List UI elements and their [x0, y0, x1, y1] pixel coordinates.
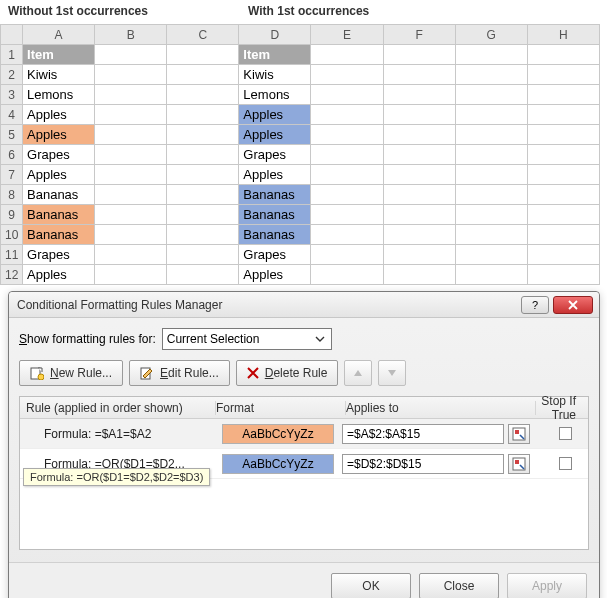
cell[interactable]: [455, 145, 527, 165]
row-header[interactable]: 12: [1, 265, 23, 285]
cell[interactable]: [311, 45, 383, 65]
cell[interactable]: [455, 205, 527, 225]
cell[interactable]: [455, 265, 527, 285]
cell[interactable]: [95, 145, 167, 165]
cell[interactable]: [383, 205, 455, 225]
rule-row[interactable]: Formula: =$A1=$A2AaBbCcYyZz=$A$2:$A$15: [20, 419, 588, 449]
cell[interactable]: Bananas: [239, 225, 311, 245]
row-header[interactable]: 8: [1, 185, 23, 205]
cell[interactable]: [95, 245, 167, 265]
move-down-button[interactable]: [378, 360, 406, 386]
col-header-D[interactable]: D: [239, 25, 311, 45]
cell[interactable]: [383, 45, 455, 65]
cell[interactable]: [383, 165, 455, 185]
cell[interactable]: Apples: [23, 165, 95, 185]
select-all-corner[interactable]: [1, 25, 23, 45]
cell[interactable]: [167, 145, 239, 165]
cell[interactable]: Grapes: [239, 145, 311, 165]
cell[interactable]: [527, 205, 599, 225]
col-header-F[interactable]: F: [383, 25, 455, 45]
col-header-A[interactable]: A: [23, 25, 95, 45]
cell[interactable]: Bananas: [239, 185, 311, 205]
cell[interactable]: [455, 45, 527, 65]
cell[interactable]: Apples: [23, 265, 95, 285]
new-rule-button[interactable]: New Rule...: [19, 360, 123, 386]
cell[interactable]: [383, 85, 455, 105]
cell[interactable]: [455, 165, 527, 185]
row-header[interactable]: 10: [1, 225, 23, 245]
col-header-C[interactable]: C: [167, 25, 239, 45]
row-header[interactable]: 9: [1, 205, 23, 225]
cell[interactable]: [383, 185, 455, 205]
range-picker-icon[interactable]: [508, 454, 530, 474]
cell[interactable]: Grapes: [239, 245, 311, 265]
row-header[interactable]: 2: [1, 65, 23, 85]
cell[interactable]: [455, 85, 527, 105]
cell[interactable]: [95, 105, 167, 125]
cell[interactable]: Item: [23, 45, 95, 65]
cell[interactable]: Grapes: [23, 145, 95, 165]
cell[interactable]: Bananas: [23, 185, 95, 205]
close-button[interactable]: Close: [419, 573, 499, 598]
cell[interactable]: Bananas: [23, 205, 95, 225]
row-header[interactable]: 6: [1, 145, 23, 165]
cell[interactable]: [527, 165, 599, 185]
row-header[interactable]: 7: [1, 165, 23, 185]
cell[interactable]: [527, 85, 599, 105]
cell[interactable]: [383, 245, 455, 265]
edit-rule-button[interactable]: Edit Rule...: [129, 360, 230, 386]
cell[interactable]: [311, 225, 383, 245]
show-for-combo[interactable]: Current Selection: [162, 328, 332, 350]
cell[interactable]: Apples: [239, 105, 311, 125]
cell[interactable]: [167, 105, 239, 125]
cell[interactable]: [311, 105, 383, 125]
cell[interactable]: [383, 105, 455, 125]
col-header-B[interactable]: B: [95, 25, 167, 45]
cell[interactable]: Apples: [239, 125, 311, 145]
cell[interactable]: Apples: [23, 105, 95, 125]
cell[interactable]: Kiwis: [239, 65, 311, 85]
cell[interactable]: Apples: [239, 165, 311, 185]
cell[interactable]: [311, 205, 383, 225]
cell[interactable]: [311, 125, 383, 145]
cell[interactable]: [527, 185, 599, 205]
cell[interactable]: [95, 205, 167, 225]
cell[interactable]: [311, 145, 383, 165]
cell[interactable]: [95, 125, 167, 145]
row-header[interactable]: 1: [1, 45, 23, 65]
cell[interactable]: [95, 225, 167, 245]
cell[interactable]: Kiwis: [23, 65, 95, 85]
ok-button[interactable]: OK: [331, 573, 411, 598]
cell[interactable]: [95, 85, 167, 105]
cell[interactable]: [311, 85, 383, 105]
cell[interactable]: Bananas: [23, 225, 95, 245]
cell[interactable]: [527, 105, 599, 125]
cell[interactable]: [167, 125, 239, 145]
apply-button[interactable]: Apply: [507, 573, 587, 598]
cell[interactable]: Apples: [23, 125, 95, 145]
cell[interactable]: [167, 265, 239, 285]
cell[interactable]: [167, 245, 239, 265]
cell[interactable]: [167, 185, 239, 205]
col-header-E[interactable]: E: [311, 25, 383, 45]
cell[interactable]: [455, 105, 527, 125]
row-header[interactable]: 5: [1, 125, 23, 145]
cell[interactable]: [455, 65, 527, 85]
dialog-titlebar[interactable]: Conditional Formatting Rules Manager ?: [9, 292, 599, 318]
help-button[interactable]: ?: [521, 296, 549, 314]
close-x-button[interactable]: [553, 296, 593, 314]
row-header[interactable]: 4: [1, 105, 23, 125]
cell[interactable]: Grapes: [23, 245, 95, 265]
cell[interactable]: [311, 165, 383, 185]
cell[interactable]: Bananas: [239, 205, 311, 225]
cell[interactable]: [383, 145, 455, 165]
applies-to-input[interactable]: =$A$2:$A$15: [342, 424, 504, 444]
cell[interactable]: [455, 245, 527, 265]
cell[interactable]: [527, 245, 599, 265]
cell[interactable]: [167, 65, 239, 85]
cell[interactable]: [383, 125, 455, 145]
row-header[interactable]: 3: [1, 85, 23, 105]
cell[interactable]: [527, 45, 599, 65]
stop-if-true-checkbox[interactable]: [559, 427, 572, 440]
applies-to-input[interactable]: =$D$2:$D$15: [342, 454, 504, 474]
